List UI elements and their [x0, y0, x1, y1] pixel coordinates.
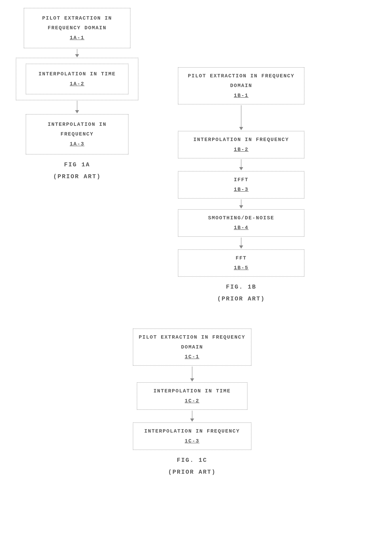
figure-caption: FIG 1A (PRIOR ART)	[53, 159, 101, 183]
box-text: INTERPOLATION IN FREQUENCY	[144, 428, 240, 434]
arrow-icon	[75, 101, 79, 113]
arrow-icon	[239, 199, 243, 208]
box-ref: 1C-1	[185, 354, 199, 360]
figure-1c: PILOT EXTRACTION IN FREQUENCY DOMAIN 1C-…	[0, 329, 384, 478]
box-1a-1: PILOT EXTRACTION IN FREQUENCY DOMAIN 1A-…	[24, 8, 131, 48]
box-ref: 1A-3	[70, 141, 84, 147]
arrow-icon	[239, 105, 243, 130]
box-text: INTERPOLATION IN TIME	[38, 71, 116, 77]
box-1a-2: INTERPOLATION IN TIME 1A-2	[26, 64, 129, 94]
arrow-icon	[239, 159, 243, 170]
box-1c-1: PILOT EXTRACTION IN FREQUENCY DOMAIN 1C-…	[133, 329, 252, 366]
arrow-icon	[75, 49, 79, 57]
box-ref: 1B-5	[234, 265, 248, 271]
box-text: FFT	[236, 255, 247, 261]
box-ref: 1A-1	[70, 35, 84, 41]
box-text: IFFT	[234, 177, 248, 183]
page: PILOT EXTRACTION IN FREQUENCY DOMAIN 1A-…	[8, 8, 384, 478]
arrow-icon	[239, 238, 243, 249]
box-text: INTERPOLATION IN FREQUENCY	[193, 137, 289, 143]
box-text: SMOOTHING/DE-NOISE	[208, 215, 274, 221]
box-ref: 1B-2	[234, 146, 248, 152]
box-ref: 1B-4	[234, 225, 248, 231]
figure-caption: FIG. 1C (PRIOR ART)	[168, 454, 216, 478]
box-1b-5: FFT 1B-5	[178, 249, 304, 277]
box-ref: 1B-3	[234, 187, 248, 192]
top-row: PILOT EXTRACTION IN FREQUENCY DOMAIN 1A-…	[8, 8, 384, 305]
box-1b-2: INTERPOLATION IN FREQUENCY 1B-2	[178, 131, 304, 158]
box-ref: 1C-3	[185, 438, 199, 444]
box-text: INTERPOLATION IN	[48, 122, 107, 127]
box-1a-3: INTERPOLATION IN FREQUENCY 1A-3	[26, 114, 129, 155]
box-1b-3: IFFT 1B-3	[178, 171, 304, 199]
box-text: PILOT EXTRACTION IN FREQUENCY	[188, 73, 294, 79]
arrow-icon	[190, 411, 194, 422]
caption-line: (PRIOR ART)	[217, 296, 265, 302]
box-text: FREQUENCY	[61, 131, 93, 137]
figure-caption: FIG. 1B (PRIOR ART)	[217, 281, 265, 305]
caption-line: FIG. 1C	[177, 457, 207, 464]
caption-line: FIG. 1B	[226, 284, 257, 290]
box-1c-3: INTERPOLATION IN FREQUENCY 1C-3	[133, 422, 252, 450]
box-text: DOMAIN	[181, 344, 203, 350]
caption-line: FIG 1A	[64, 161, 90, 168]
box-ref: 1B-1	[234, 93, 248, 99]
box-ref: 1C-2	[185, 398, 199, 404]
outer-box-1a: INTERPOLATION IN TIME 1A-2	[16, 58, 138, 100]
arrow-icon	[190, 366, 194, 381]
box-text: PILOT EXTRACTION IN	[42, 15, 112, 21]
caption-line: (PRIOR ART)	[168, 469, 216, 475]
caption-line: (PRIOR ART)	[53, 173, 101, 180]
box-1b-4: SMOOTHING/DE-NOISE 1B-4	[178, 209, 304, 237]
box-ref: 1A-2	[70, 81, 84, 87]
figure-1a: PILOT EXTRACTION IN FREQUENCY DOMAIN 1A-…	[16, 8, 138, 183]
box-text: FREQUENCY DOMAIN	[48, 25, 107, 31]
figure-1b: PILOT EXTRACTION IN FREQUENCY DOMAIN 1B-…	[178, 67, 304, 305]
box-text: PILOT EXTRACTION IN FREQUENCY	[139, 334, 245, 340]
box-1b-1: PILOT EXTRACTION IN FREQUENCY DOMAIN 1B-…	[178, 67, 304, 104]
box-1c-2: INTERPOLATION IN TIME 1C-2	[137, 382, 247, 410]
box-text: INTERPOLATION IN TIME	[153, 388, 231, 394]
box-text: DOMAIN	[230, 83, 252, 89]
